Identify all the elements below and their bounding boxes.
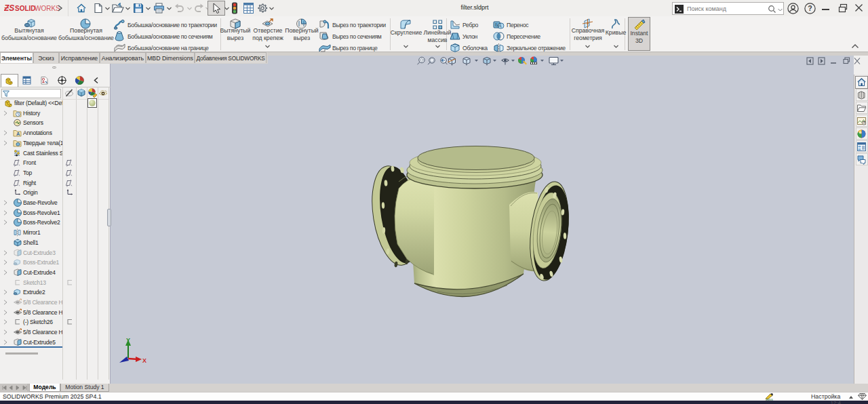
svg-text:ƵS: ƵS [4,3,14,13]
svg-text:SOLID: SOLID [15,5,36,12]
svg-text:?: ? [863,121,865,125]
svg-text:БД: БД [495,22,502,28]
svg-text:?: ? [808,4,812,12]
svg-text:WORKS: WORKS [35,5,60,12]
svg-text:Y: Y [126,337,130,344]
svg-text:X: X [142,357,146,364]
